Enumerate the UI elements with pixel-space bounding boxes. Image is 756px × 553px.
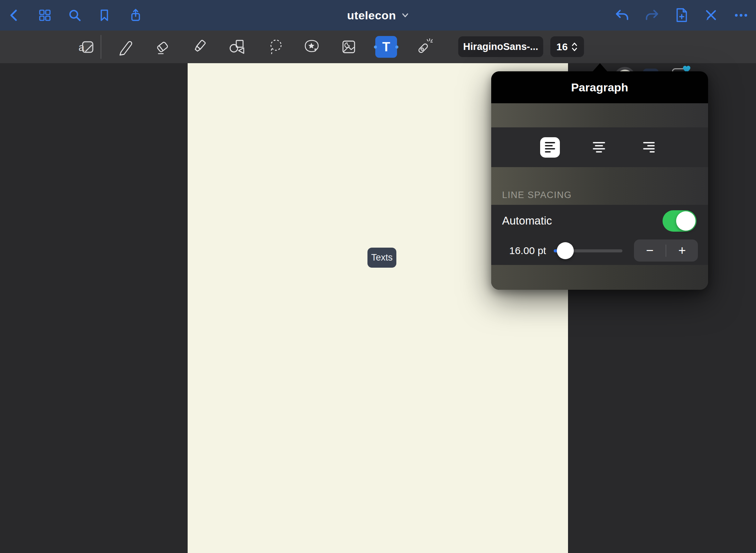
bookmark-icon (97, 8, 112, 23)
paragraph-popover: Paragraph LINE S (491, 71, 708, 290)
lasso-icon (267, 38, 285, 56)
spacing-decrease-button[interactable]: − (634, 243, 666, 258)
new-page-button[interactable] (672, 6, 691, 25)
more-icon (734, 8, 749, 23)
thumbnails-icon (37, 8, 52, 23)
selection-handle-right (395, 46, 398, 49)
plus-icon: + (678, 243, 686, 258)
undo-button[interactable] (613, 6, 632, 25)
back-icon (7, 8, 22, 23)
toolbar-divider (101, 35, 101, 59)
automatic-toggle-on[interactable] (663, 210, 697, 232)
text-object-label: Texts (371, 252, 393, 263)
edit-mode-icon: a (78, 38, 96, 56)
popover-arrow (592, 63, 608, 72)
share-button[interactable] (126, 6, 145, 25)
size-up-down-icon (571, 41, 578, 52)
svg-text:a: a (79, 41, 85, 53)
shapes-icon (228, 38, 246, 56)
pen-icon (116, 38, 134, 56)
selection-handle-left (374, 46, 377, 49)
font-size-value: 16 (556, 41, 568, 53)
thumbnails-button[interactable] (35, 6, 54, 25)
align-right-icon (643, 142, 655, 153)
alignment-row (491, 127, 708, 167)
share-icon (128, 8, 143, 23)
redo-icon (645, 8, 659, 23)
chevron-down-icon (401, 13, 409, 18)
text-tool-icon: T (382, 40, 390, 54)
search-icon (67, 8, 82, 23)
new-page-icon (674, 7, 689, 23)
shapes-tool-button[interactable] (226, 36, 248, 58)
font-size-stepper[interactable]: 16 (550, 36, 584, 57)
font-name-button[interactable]: HiraginoSans-... (458, 36, 543, 57)
popover-title-bar: Paragraph (491, 71, 708, 103)
search-button[interactable] (65, 6, 84, 25)
eraser-tool-button[interactable] (152, 36, 173, 58)
selected-chip (540, 137, 560, 158)
more-button[interactable] (732, 6, 751, 25)
back-button[interactable] (5, 6, 24, 25)
pen-tool-button[interactable] (114, 36, 136, 58)
bookmark-button[interactable] (95, 6, 114, 25)
highlighter-icon (190, 38, 208, 56)
line-spacing-rows: Automatic 16.00 pt − + (491, 205, 708, 265)
app-window: utelecon (0, 0, 756, 553)
font-name-label: HiraginoSans-... (463, 41, 538, 52)
text-tool-button-active[interactable]: T (375, 36, 397, 58)
highlighter-tool-button[interactable] (188, 36, 210, 58)
elements-tool-button[interactable] (301, 36, 323, 58)
text-object[interactable]: Texts (367, 248, 396, 268)
line-spacing-label: LINE SPACING (502, 190, 708, 200)
image-tool-button[interactable] (338, 36, 360, 58)
stop-editing-button[interactable] (701, 6, 720, 25)
image-icon (340, 38, 358, 56)
undo-icon (615, 8, 630, 23)
popover-bottom-gap (491, 265, 708, 290)
spacing-stepper: − + (634, 239, 698, 262)
redo-button[interactable] (642, 6, 662, 25)
toggle-knob (676, 211, 695, 231)
stop-editing-icon (703, 7, 719, 23)
minus-icon: − (646, 243, 653, 258)
align-center-option[interactable] (580, 127, 618, 167)
line-spacing-section-header: LINE SPACING (491, 167, 708, 205)
popover-title: Paragraph (571, 81, 628, 94)
tools-toolbar: a (0, 31, 756, 63)
elements-sticker-icon (303, 38, 321, 56)
laser-pointer-tool-button[interactable] (413, 36, 435, 58)
lasso-tool-button[interactable] (265, 36, 287, 58)
navbar: utelecon (0, 0, 756, 31)
align-left-option-selected[interactable] (531, 127, 569, 167)
laser-pointer-icon (415, 38, 433, 56)
edit-mode-button[interactable]: a (76, 36, 98, 58)
align-center-icon (593, 142, 605, 153)
automatic-label: Automatic (502, 214, 552, 227)
spacing-increase-button[interactable]: + (666, 243, 698, 258)
document-title: utelecon (347, 9, 396, 22)
align-left-icon (545, 142, 555, 153)
eraser-icon (154, 38, 171, 56)
spacing-value: 16.00 pt (509, 245, 546, 256)
align-right-option[interactable] (630, 127, 668, 167)
popover-section-gap (491, 103, 708, 127)
spacing-slider-knob[interactable] (557, 242, 574, 259)
